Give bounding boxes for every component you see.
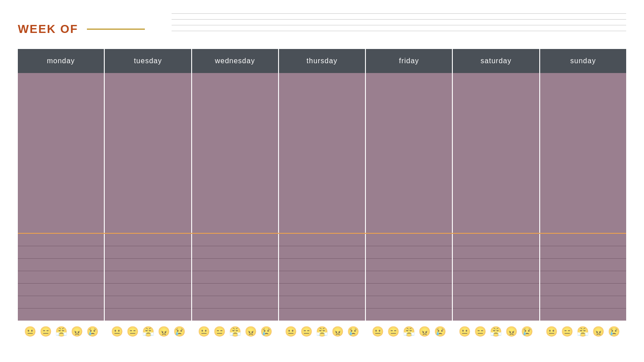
emoji-sunday-2[interactable]: 😑: [561, 326, 573, 338]
tuesday-top-area[interactable]: [105, 73, 191, 233]
emoji-saturday-4[interactable]: 😠: [505, 326, 517, 338]
tuesday-lines-area: [105, 233, 191, 321]
emoji-monday-2[interactable]: 😑: [40, 326, 52, 338]
saturday-top-area[interactable]: [453, 73, 539, 233]
saturday-line-2: [453, 246, 539, 258]
thursday-line-2: [279, 246, 365, 258]
monday-top-area[interactable]: [18, 73, 104, 233]
emoji-wednesday-1[interactable]: 😐: [198, 326, 210, 338]
emoji-monday-5[interactable]: 😢: [86, 326, 98, 338]
saturday-lines-area: [453, 233, 539, 321]
emoji-wednesday-4[interactable]: 😠: [245, 326, 257, 338]
emoji-group-monday: 😐 😑 😤 😠 😢: [18, 326, 105, 338]
sunday-top-area[interactable]: [540, 73, 626, 233]
emoji-tuesday-3[interactable]: 😤: [142, 326, 154, 338]
emoji-sunday-1[interactable]: 😐: [546, 326, 558, 338]
wednesday-lines-area: [192, 233, 278, 321]
monday-line-6: [18, 296, 104, 308]
sunday-line-1: [540, 233, 626, 246]
emoji-group-thursday: 😐 😑 😤 😠 😢: [279, 326, 365, 338]
day-column-friday: [366, 73, 453, 321]
emoji-saturday-5[interactable]: 😢: [521, 326, 533, 338]
day-header-saturday: saturday: [453, 49, 540, 73]
saturday-line-1: [453, 233, 539, 246]
emoji-tuesday-1[interactable]: 😐: [111, 326, 123, 338]
day-header-thursday: thursday: [279, 49, 366, 73]
emoji-friday-5[interactable]: 😢: [434, 326, 446, 338]
emoji-friday-1[interactable]: 😐: [372, 326, 384, 338]
thursday-top-area[interactable]: [279, 73, 365, 233]
day-header-tuesday: tuesday: [105, 49, 192, 73]
wednesday-line-2: [192, 246, 278, 258]
friday-line-5: [366, 283, 452, 296]
emoji-saturday-1[interactable]: 😐: [459, 326, 471, 338]
tuesday-line-6: [105, 296, 191, 308]
emoji-tuesday-5[interactable]: 😢: [173, 326, 185, 338]
emoji-wednesday-3[interactable]: 😤: [229, 326, 241, 338]
sunday-line-7: [540, 308, 626, 321]
header: WEEK OF: [0, 0, 644, 49]
header-line-4: [172, 31, 626, 31]
header-lines: [145, 9, 626, 31]
emoji-monday-4[interactable]: 😠: [71, 326, 83, 338]
friday-line-3: [366, 258, 452, 271]
friday-line-6: [366, 296, 452, 308]
week-of-underline: [87, 28, 145, 30]
day-column-sunday: [540, 73, 626, 321]
day-header-sunday: sunday: [540, 49, 626, 73]
friday-top-area[interactable]: [366, 73, 452, 233]
emoji-monday-3[interactable]: 😤: [55, 326, 67, 338]
wednesday-line-4: [192, 271, 278, 283]
sunday-line-5: [540, 283, 626, 296]
monday-line-2: [18, 246, 104, 258]
columns-wrapper: [18, 73, 626, 321]
day-headers: monday tuesday wednesday thursday friday…: [18, 49, 626, 73]
day-column-tuesday: [105, 73, 192, 321]
day-column-saturday: [453, 73, 540, 321]
friday-lines-area: [366, 233, 452, 321]
emoji-sunday-5[interactable]: 😢: [608, 326, 620, 338]
emoji-monday-1[interactable]: 😐: [24, 326, 36, 338]
thursday-line-6: [279, 296, 365, 308]
emoji-saturday-2[interactable]: 😑: [474, 326, 486, 338]
calendar: monday tuesday wednesday thursday friday…: [18, 49, 626, 321]
emoji-sunday-3[interactable]: 😤: [577, 326, 589, 338]
monday-line-7: [18, 308, 104, 321]
friday-line-2: [366, 246, 452, 258]
emoji-thursday-3[interactable]: 😤: [316, 326, 328, 338]
emoji-tuesday-2[interactable]: 😑: [127, 326, 139, 338]
emoji-group-sunday: 😐 😑 😤 😠 😢: [539, 326, 626, 338]
emoji-friday-4[interactable]: 😠: [418, 326, 431, 338]
friday-line-1: [366, 233, 452, 246]
emoji-tuesday-4[interactable]: 😠: [158, 326, 170, 338]
friday-line-7: [366, 308, 452, 321]
emoji-group-tuesday: 😐 😑 😤 😠 😢: [105, 326, 192, 338]
page: WEEK OF monday tuesday wednesday thursda…: [0, 0, 644, 362]
thursday-line-7: [279, 308, 365, 321]
emoji-thursday-1[interactable]: 😐: [285, 326, 297, 338]
emoji-thursday-5[interactable]: 😢: [347, 326, 359, 338]
monday-line-5: [18, 283, 104, 296]
emoji-friday-2[interactable]: 😑: [387, 326, 399, 338]
sunday-line-2: [540, 246, 626, 258]
wednesday-line-7: [192, 308, 278, 321]
day-column-thursday: [279, 73, 366, 321]
emoji-wednesday-5[interactable]: 😢: [260, 326, 272, 338]
emoji-friday-3[interactable]: 😤: [403, 326, 415, 338]
day-header-wednesday: wednesday: [192, 49, 279, 73]
wednesday-top-area[interactable]: [192, 73, 278, 233]
header-line-1: [172, 13, 626, 14]
monday-line-3: [18, 258, 104, 271]
wednesday-line-1: [192, 233, 278, 246]
thursday-line-4: [279, 271, 365, 283]
day-column-monday: [18, 73, 105, 321]
tuesday-line-4: [105, 271, 191, 283]
emoji-sunday-4[interactable]: 😠: [592, 326, 604, 338]
emoji-row: 😐 😑 😤 😠 😢 😐 😑 😤 😠 😢 😐 😑 😤 😠 😢 😐 😑 😤 😠: [0, 321, 644, 338]
emoji-thursday-2[interactable]: 😑: [300, 326, 312, 338]
saturday-line-5: [453, 283, 539, 296]
week-of-label: WEEK OF: [18, 22, 78, 36]
emoji-wednesday-2[interactable]: 😑: [213, 326, 226, 338]
emoji-saturday-3[interactable]: 😤: [490, 326, 502, 338]
emoji-thursday-4[interactable]: 😠: [332, 326, 344, 338]
